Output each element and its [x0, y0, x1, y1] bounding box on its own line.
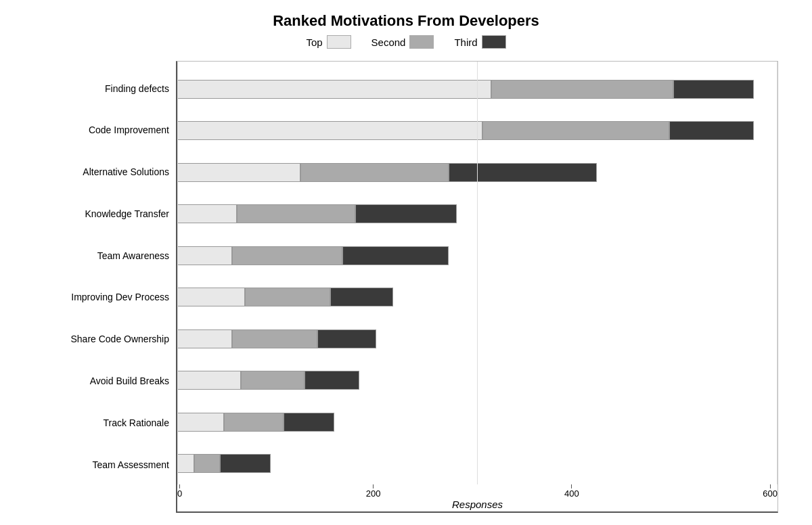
x-tick: 0 [177, 484, 182, 499]
bar-segment [317, 329, 377, 348]
x-tick-label: 200 [366, 488, 381, 499]
bar-row [177, 152, 771, 193]
y-label: Team Assessment [92, 459, 169, 471]
chart-area: Finding defectsCode ImprovementAlternati… [34, 61, 778, 513]
legend-swatch [409, 35, 434, 49]
bar-segment [241, 371, 304, 390]
bar-segment [300, 163, 449, 182]
bar-segment [669, 121, 754, 140]
y-label: Finding defects [105, 83, 169, 95]
bar-row [177, 318, 771, 360]
legend-label: Second [371, 37, 406, 48]
legend-swatch [327, 35, 351, 49]
y-label: Alternative Solutions [83, 166, 169, 178]
bar-segment [237, 204, 355, 223]
bar-row [177, 360, 771, 402]
chart-title: Ranked Motivations From Developers [273, 12, 539, 30]
bar-segment [304, 371, 359, 390]
bar-row [177, 68, 771, 110]
bar-segment [220, 454, 271, 473]
bar-row [177, 193, 771, 235]
bar-segment [342, 246, 449, 265]
y-label: Avoid Build Breaks [90, 375, 169, 387]
bar-segment [177, 371, 241, 390]
x-tick-label: 400 [564, 488, 579, 499]
legend-label: Third [454, 37, 477, 48]
legend-item: Top [306, 35, 351, 49]
bar-row [177, 110, 771, 152]
bar-segment [245, 288, 330, 306]
y-label: Share Code Ownership [70, 334, 169, 345]
bar-segment [491, 80, 673, 99]
x-tick-label: 600 [763, 488, 777, 499]
legend-item: Third [454, 35, 505, 49]
x-tick: 200 [366, 484, 381, 499]
bar-row [177, 401, 771, 443]
x-tick: 600 [763, 484, 777, 499]
bar-segment [177, 246, 232, 265]
y-label: Improving Dev Process [71, 292, 169, 303]
bar-row [177, 443, 771, 485]
chart-container: Ranked Motivations From Developers TopSe… [34, 12, 778, 513]
bar-segment [449, 163, 597, 182]
bar-segment [177, 121, 482, 140]
legend-item: Second [371, 35, 434, 49]
bar-segment [224, 413, 284, 432]
bar-segment [177, 454, 194, 473]
legend: TopSecondThird [306, 35, 505, 49]
plot-area: 0200400600 Responses [176, 61, 778, 513]
y-label: Track Rationale [103, 417, 169, 429]
bar-row [177, 277, 771, 319]
bar-segment [232, 246, 342, 265]
bar-segment [177, 288, 245, 306]
bar-segment [177, 80, 491, 99]
x-axis: 0200400600 Responses [177, 484, 777, 511]
bar-segment [330, 288, 394, 306]
bar-segment [177, 204, 237, 223]
x-axis-label: Responses [452, 499, 503, 510]
y-label: Knowledge Transfer [85, 208, 169, 220]
bar-segment [482, 121, 669, 140]
bar-segment [232, 329, 317, 348]
bar-segment [194, 454, 220, 473]
bar-segment [355, 204, 457, 223]
legend-swatch [482, 35, 506, 49]
x-tick: 400 [564, 484, 579, 499]
x-tick-label: 0 [177, 488, 182, 499]
y-label: Code Improvement [89, 124, 169, 136]
bar-segment [177, 413, 224, 432]
bar-row [177, 235, 771, 277]
bar-segment [177, 163, 300, 182]
legend-label: Top [306, 37, 322, 48]
y-label: Team Awareness [97, 250, 169, 262]
bar-segment [284, 413, 334, 432]
y-labels: Finding defectsCode ImprovementAlternati… [34, 61, 176, 513]
bars-wrapper [177, 62, 777, 484]
bar-segment [177, 329, 232, 348]
bar-segment [673, 80, 754, 99]
